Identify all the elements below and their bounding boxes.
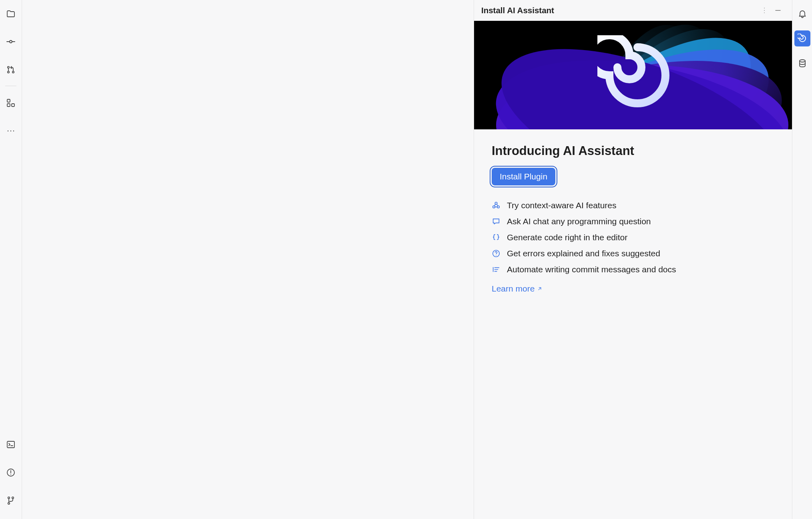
left-tool-strip: [0, 0, 22, 519]
git-icon[interactable]: [3, 493, 19, 509]
left-strip-top: [0, 6, 22, 78]
left-strip-divider: [5, 86, 16, 86]
feature-text: Generate code right in the editor: [507, 233, 627, 242]
feature-text: Automate writing commit messages and doc…: [507, 265, 676, 274]
learn-more-link[interactable]: Learn more: [492, 284, 543, 294]
commit-icon[interactable]: [3, 34, 19, 50]
panel-header: Install AI Assistant: [474, 0, 792, 21]
ai-assistant-icon[interactable]: [794, 30, 810, 46]
svg-rect-7: [7, 104, 10, 107]
app-frame: Install AI Assistant: [0, 0, 812, 519]
external-link-icon: [537, 286, 543, 292]
svg-rect-6: [7, 99, 10, 102]
code-icon: [492, 233, 500, 242]
more-icon[interactable]: [3, 123, 19, 139]
panel-title: Install AI Assistant: [481, 6, 554, 15]
pull-requests-icon[interactable]: [3, 62, 19, 78]
install-plugin-button[interactable]: Install Plugin: [492, 168, 555, 185]
left-strip-bottom: [0, 437, 22, 509]
feature-item: Automate writing commit messages and doc…: [492, 265, 774, 274]
database-icon[interactable]: [794, 55, 810, 71]
feature-item: Get errors explained and fixes suggested: [492, 249, 774, 258]
left-strip-mid: [0, 95, 22, 139]
learn-more-text: Learn more: [492, 284, 535, 294]
panel-minimize-button[interactable]: [771, 4, 785, 17]
ai-assistant-banner: [474, 21, 792, 129]
feature-item: Ask AI chat any programming question: [492, 217, 774, 226]
feature-text: Try context-aware AI features: [507, 201, 617, 210]
notifications-icon[interactable]: [794, 6, 810, 22]
feature-item: Generate code right in the editor: [492, 233, 774, 242]
right-tool-strip: [792, 0, 812, 519]
problems-icon[interactable]: [3, 465, 19, 481]
feature-text: Get errors explained and fixes suggested: [507, 249, 660, 258]
feature-list: Try context-aware AI features Ask AI cha…: [492, 201, 774, 274]
intro-heading: Introducing AI Assistant: [492, 144, 774, 158]
structure-icon[interactable]: [3, 95, 19, 111]
ai-assistant-panel: Install AI Assistant: [474, 0, 792, 519]
context-icon: [492, 201, 500, 210]
svg-rect-12: [7, 441, 14, 448]
feature-text: Ask AI chat any programming question: [507, 217, 651, 226]
automate-icon: [492, 265, 500, 274]
panel-options-button[interactable]: [758, 4, 771, 17]
svg-rect-8: [12, 104, 14, 107]
terminal-icon[interactable]: [3, 437, 19, 453]
help-icon: [492, 249, 500, 258]
chat-icon: [492, 217, 500, 226]
svg-point-42: [800, 60, 805, 62]
project-icon[interactable]: [3, 6, 19, 22]
feature-item: Try context-aware AI features: [492, 201, 774, 210]
editor-area: [22, 0, 474, 519]
panel-body: Introducing AI Assistant Install Plugin …: [474, 129, 792, 308]
